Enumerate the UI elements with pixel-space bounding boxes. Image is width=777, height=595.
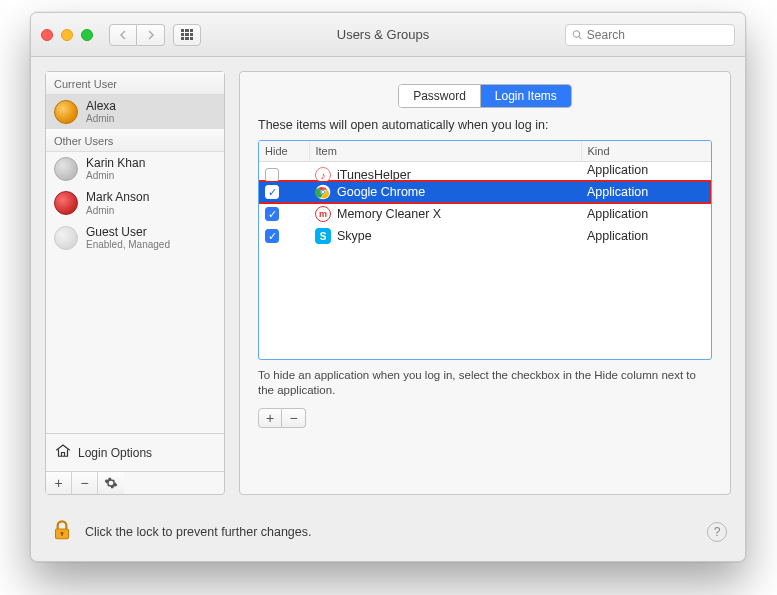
item-kind: Application bbox=[587, 207, 648, 221]
search-icon bbox=[572, 29, 583, 41]
forward-button[interactable] bbox=[137, 24, 165, 46]
window-controls bbox=[41, 29, 93, 41]
user-name: Mark Anson bbox=[86, 191, 149, 204]
add-user-button[interactable]: + bbox=[46, 472, 72, 494]
col-item[interactable]: Item bbox=[309, 141, 581, 162]
table-row[interactable]: Google Chrome Application bbox=[259, 181, 711, 203]
window-title: Users & Groups bbox=[209, 27, 557, 42]
chevron-right-icon bbox=[147, 30, 155, 40]
tabs: Password Login Items bbox=[240, 84, 730, 108]
table-row[interactable]: mMemory Cleaner X Application bbox=[259, 203, 711, 225]
user-row[interactable]: Guest User Enabled, Managed bbox=[46, 221, 224, 255]
remove-item-button[interactable]: − bbox=[282, 408, 306, 428]
grid-icon bbox=[181, 29, 193, 41]
chrome-icon bbox=[315, 184, 331, 200]
preferences-window: Users & Groups Current User Alexa Admin … bbox=[30, 12, 746, 562]
minimize-button[interactable] bbox=[61, 29, 73, 41]
house-icon bbox=[54, 442, 72, 463]
hide-checkbox[interactable] bbox=[265, 207, 279, 221]
current-user-header: Current User bbox=[46, 72, 224, 95]
user-role: Admin bbox=[86, 170, 145, 181]
user-row-current[interactable]: Alexa Admin bbox=[46, 95, 224, 129]
item-kind: Application bbox=[587, 229, 648, 243]
avatar bbox=[54, 100, 78, 124]
login-options[interactable]: Login Options bbox=[46, 433, 224, 471]
item-name: iTunesHelper bbox=[337, 168, 411, 181]
main-panel: Password Login Items These items will op… bbox=[239, 71, 731, 495]
user-role: Admin bbox=[86, 205, 149, 216]
item-kind: Application bbox=[587, 163, 648, 177]
svg-rect-5 bbox=[61, 533, 62, 536]
hide-checkbox[interactable] bbox=[265, 229, 279, 243]
gear-icon bbox=[104, 476, 118, 490]
close-button[interactable] bbox=[41, 29, 53, 41]
skype-icon: S bbox=[315, 228, 331, 244]
item-kind: Application bbox=[587, 185, 648, 199]
user-actions-button[interactable] bbox=[98, 472, 124, 494]
user-row[interactable]: Karin Khan Admin bbox=[46, 152, 224, 186]
lock-text: Click the lock to prevent further change… bbox=[85, 525, 697, 539]
col-kind[interactable]: Kind bbox=[581, 141, 711, 162]
search-field[interactable] bbox=[565, 24, 735, 46]
table-row[interactable]: ♪iTunesHelper Application bbox=[259, 162, 711, 182]
lock-icon[interactable] bbox=[49, 517, 75, 547]
add-remove-items: + − bbox=[258, 408, 712, 428]
item-name: Memory Cleaner X bbox=[337, 207, 441, 221]
user-role: Enabled, Managed bbox=[86, 239, 170, 250]
chevron-left-icon bbox=[119, 30, 127, 40]
back-button[interactable] bbox=[109, 24, 137, 46]
item-name: Google Chrome bbox=[337, 185, 425, 199]
tab-password[interactable]: Password bbox=[399, 85, 481, 107]
hint-text: To hide an application when you log in, … bbox=[258, 368, 712, 398]
avatar bbox=[54, 157, 78, 181]
hide-checkbox[interactable] bbox=[265, 168, 279, 181]
help-button[interactable]: ? bbox=[707, 522, 727, 542]
nav-buttons bbox=[109, 24, 165, 46]
user-row[interactable]: Mark Anson Admin bbox=[46, 186, 224, 220]
itunes-icon: ♪ bbox=[315, 167, 331, 181]
memory-cleaner-icon: m bbox=[315, 206, 331, 222]
avatar bbox=[54, 191, 78, 215]
tab-login-items[interactable]: Login Items bbox=[481, 85, 571, 107]
user-name: Alexa bbox=[86, 100, 116, 113]
instruction-text: These items will open automatically when… bbox=[258, 118, 712, 132]
other-users-header: Other Users bbox=[46, 129, 224, 152]
table-row[interactable]: SSkype Application bbox=[259, 225, 711, 247]
body: Current User Alexa Admin Other Users Kar… bbox=[31, 57, 745, 505]
svg-point-2 bbox=[322, 191, 325, 194]
item-name: Skype bbox=[337, 229, 372, 243]
avatar bbox=[54, 226, 78, 250]
sidebar-footer: + − bbox=[46, 471, 224, 494]
user-name: Guest User bbox=[86, 226, 170, 239]
hide-checkbox[interactable] bbox=[265, 185, 279, 199]
search-input[interactable] bbox=[587, 28, 728, 42]
login-items-table: Hide Item Kind ♪iTunesHelper Application bbox=[258, 140, 712, 360]
col-hide[interactable]: Hide bbox=[259, 141, 309, 162]
titlebar: Users & Groups bbox=[31, 13, 745, 57]
users-sidebar: Current User Alexa Admin Other Users Kar… bbox=[45, 71, 225, 495]
zoom-button[interactable] bbox=[81, 29, 93, 41]
login-options-label: Login Options bbox=[78, 446, 152, 460]
add-item-button[interactable]: + bbox=[258, 408, 282, 428]
show-all-button[interactable] bbox=[173, 24, 201, 46]
user-name: Karin Khan bbox=[86, 157, 145, 170]
lock-bar: Click the lock to prevent further change… bbox=[31, 505, 745, 561]
remove-user-button[interactable]: − bbox=[72, 472, 98, 494]
user-role: Admin bbox=[86, 113, 116, 124]
